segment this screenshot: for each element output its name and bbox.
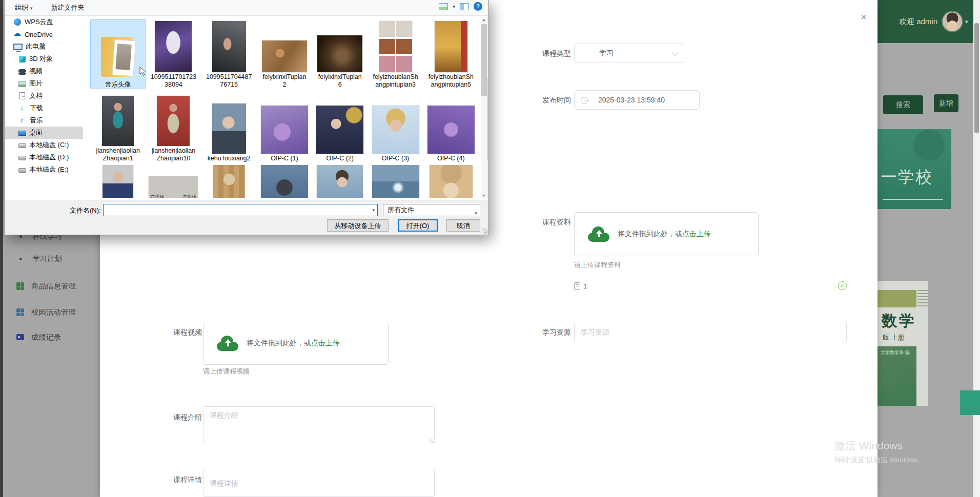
file-thumbnail [212, 21, 246, 72]
dialog-nav-item[interactable]: 本地磁盘 (D:) [5, 151, 83, 163]
file-area-scrollbar-thumb[interactable] [481, 24, 487, 96]
file-name: OIP-C (2) [326, 155, 354, 162]
file-item[interactable]: jianshenjiaolianZhaopian1 [91, 93, 145, 162]
help-icon[interactable]: ? [474, 2, 482, 11]
chevron-down-icon[interactable]: ▾ [372, 208, 375, 213]
file-thumbnail [316, 106, 363, 154]
dialog-nav-item[interactable]: WPS云盘 [5, 16, 83, 28]
course-detail-input[interactable] [203, 469, 435, 497]
open-button[interactable]: 打开(O) [398, 219, 438, 232]
uploaded-file-row[interactable]: 1 ✓ [574, 279, 847, 293]
hero-divider [883, 199, 943, 200]
file-item[interactable]: 109951170448776715 [202, 19, 256, 89]
course-material-label: 课程资料 [529, 218, 571, 227]
file-area-scrollbar[interactable]: ▴ ▾ [481, 17, 487, 199]
file-item[interactable]: OIP-C (1) [257, 93, 312, 162]
mobile-upload-button[interactable]: 从移动设备上传 [327, 219, 389, 232]
organize-button[interactable]: 组织▾ [15, 3, 33, 12]
uploaded-file-name: 1 [583, 282, 587, 290]
file-name: OIP-C (1) [271, 155, 298, 162]
course-intro-field[interactable] [203, 407, 434, 444]
dialog-nav-item[interactable]: 3D 对象 [5, 53, 83, 65]
dialog-nav-item[interactable]: 音乐 [5, 114, 83, 127]
dialog-nav-item[interactable]: 图片 [5, 77, 83, 90]
app-sidebar-item[interactable]: 成绩记录 [3, 330, 100, 344]
app-sidebar-item[interactable]: 商品信息管理 [3, 279, 100, 293]
file-item[interactable]: OIP-C (2) [313, 93, 367, 162]
book-title: 数学 [882, 310, 916, 332]
file-open-dialog: 组织▾ 新建文件夹 ▾ ? WPS云盘 OneDrive 此电脑 3D 对象 视… [4, 0, 489, 235]
file-item[interactable] [91, 165, 145, 198]
app-sidebar-item[interactable]: 校园活动管理 [3, 305, 100, 319]
file-item[interactable]: feiyizhoubianShangpintupian5 [424, 19, 478, 89]
view-options-caret-icon[interactable]: ▾ [453, 4, 455, 9]
add-button[interactable]: 新增 [934, 94, 958, 112]
chevron-down-icon[interactable]: ▾ [965, 18, 968, 25]
music-icon [18, 116, 27, 125]
dialog-nav-item[interactable]: 文档 [5, 90, 83, 102]
file-item[interactable]: 音乐头像 [91, 19, 145, 89]
file-name: 109951170448776715 [206, 73, 252, 89]
window-edge [0, 0, 3, 497]
filetype-select[interactable]: 所有文件▾ [383, 204, 480, 216]
filename-input[interactable] [105, 205, 369, 215]
course-detail-field[interactable] [203, 469, 434, 496]
avatar[interactable] [943, 12, 962, 31]
disk-icon [18, 156, 26, 160]
book-band [877, 290, 916, 307]
file-name: 109951170172338094 [151, 73, 196, 89]
file-item[interactable]: OIP-C (3) [368, 93, 422, 162]
file-thumbnail [262, 40, 307, 72]
file-item[interactable]: 右边停左边停 [146, 165, 200, 198]
file-item[interactable] [202, 165, 256, 198]
dialog-nav-item[interactable]: 本地磁盘 (C:) [5, 139, 83, 151]
course-video-dropzone[interactable]: 将文件拖到此处，或点击上传 [203, 322, 389, 365]
course-material-dropzone[interactable]: 将文件拖到此处，或点击上传 [574, 212, 759, 256]
dialog-nav-item[interactable]: 下载 [5, 102, 83, 114]
file-name: feiyixinxiTupian2 [262, 73, 306, 89]
filename-combobox[interactable]: ▾ [103, 204, 378, 216]
click-upload-link[interactable]: 点击上传 [682, 230, 711, 238]
resize-handle[interactable] [429, 439, 433, 443]
click-upload-link[interactable]: 点击上传 [311, 339, 340, 347]
file-item[interactable]: feiyizhoubianShangpintupian3 [368, 19, 422, 89]
preview-pane-icon[interactable] [460, 3, 469, 10]
dialog-nav-item[interactable]: OneDrive [5, 28, 83, 40]
upload-cloud-icon [217, 336, 239, 351]
file-item[interactable]: kehuTouxiang2 [202, 93, 256, 162]
file-item[interactable]: feiyixinxiTupian2 [257, 19, 312, 89]
course-type-select[interactable]: 学习 [574, 44, 684, 63]
file-name: 音乐头像 [105, 81, 131, 89]
file-item[interactable] [257, 165, 312, 198]
study-resource-field[interactable] [575, 322, 846, 342]
app-content: 搜索 新增 一学校 数学 版 上册 大学数学系 编 [877, 43, 980, 497]
book-cover: 数学 版 上册 大学数学系 编 [877, 281, 928, 406]
file-item[interactable]: feiyixinxiTupian6 [313, 19, 367, 89]
dialog-nav-item[interactable]: 桌面 [5, 127, 83, 139]
dialog-nav-item[interactable]: 本地磁盘 (E:) [5, 163, 83, 176]
new-folder-button[interactable]: 新建文件夹 [51, 3, 85, 12]
dialog-nav-item[interactable]: 视频 [5, 65, 83, 77]
close-icon[interactable]: × [858, 11, 869, 23]
resize-grip[interactable] [482, 229, 487, 234]
scroll-up-icon[interactable]: ▴ [481, 17, 487, 23]
file-item[interactable]: jianshenjiaolianZhaopian10 [146, 93, 200, 162]
file-item[interactable]: OIP-C (4) [424, 93, 478, 162]
study-resource-label: 学习资源 [529, 328, 571, 337]
file-item[interactable] [313, 165, 367, 198]
page-scrollbar-thumb[interactable] [974, 23, 979, 133]
file-item[interactable] [424, 165, 478, 198]
study-resource-input[interactable] [574, 322, 847, 342]
file-item[interactable]: 109951170172338094 [146, 19, 200, 89]
dialog-nav-item[interactable]: 此电脑 [5, 40, 83, 53]
scroll-down-icon[interactable]: ▾ [481, 193, 487, 199]
publish-time-input[interactable]: 2025-03-23 13:59:40 [574, 90, 700, 110]
thumbnail-view-icon[interactable] [439, 3, 448, 10]
bullet-icon [19, 258, 22, 260]
cancel-button[interactable]: 取消 [446, 219, 480, 232]
page-scrollbar[interactable] [973, 0, 980, 497]
file-item[interactable] [368, 165, 422, 198]
course-intro-textarea[interactable] [203, 406, 435, 444]
search-button[interactable]: 搜索 [883, 95, 923, 114]
app-sidebar-item[interactable]: 学习计划 [3, 252, 100, 265]
